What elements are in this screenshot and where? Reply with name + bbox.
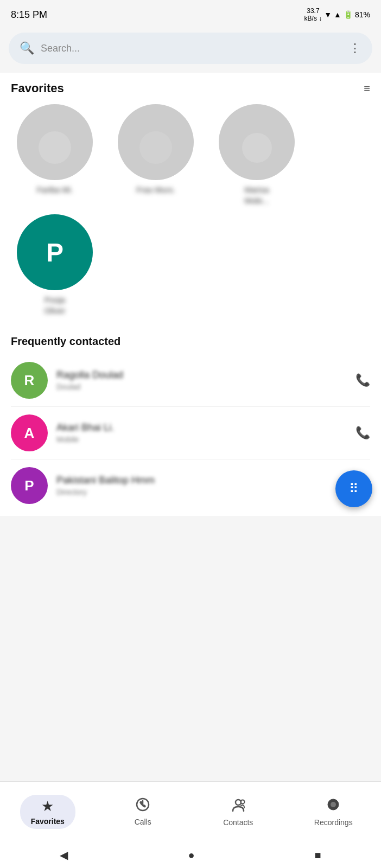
avatar-1: [17, 104, 93, 180]
home-button[interactable]: ●: [188, 849, 194, 861]
contact-name-3: Pakistani Balitop Hmm: [56, 475, 321, 486]
svg-point-1: [236, 800, 241, 805]
favorite-item-2[interactable]: Fras Murs.: [110, 104, 202, 206]
status-icons: 33.7kB/s ↓ ▼ ▲ 🔋 81%: [304, 7, 370, 23]
avatar-4: P: [17, 214, 93, 290]
signal-icon: ▲: [334, 10, 341, 19]
nav-calls[interactable]: Calls: [96, 782, 191, 841]
svg-point-4: [331, 802, 336, 807]
wifi-icon: ▼: [324, 10, 332, 19]
search-icon: 🔍: [20, 41, 34, 55]
back-button[interactable]: ◀: [60, 848, 68, 861]
call-icon-2[interactable]: 📞: [355, 426, 370, 440]
recordings-nav-icon: [326, 797, 341, 816]
avatar-3: [219, 104, 295, 180]
contact-info-1: Ragolla Doulad Doulad: [56, 369, 355, 391]
contacts-nav-label: Contacts: [223, 818, 253, 827]
contact-detail-2: Mobile: [56, 435, 355, 444]
more-options-icon[interactable]: ⋮: [349, 41, 361, 55]
freq-title: Frequently contacted: [0, 335, 381, 354]
favorite-item-1[interactable]: Fariba Mi.: [9, 104, 101, 206]
favorite-item-4[interactable]: P PoojaOliver: [9, 214, 101, 316]
avatar-2: [118, 104, 194, 180]
nav-contacts[interactable]: Contacts: [190, 782, 286, 841]
search-input[interactable]: Search...: [41, 43, 349, 54]
frequently-contacted-section: Frequently contacted R Ragolla Doulad Do…: [0, 324, 381, 516]
calls-nav-label: Calls: [135, 818, 151, 826]
contact-avatar-1: R: [11, 362, 48, 399]
favorite-name-2: Fras Murs.: [136, 184, 175, 195]
recent-button[interactable]: ■: [314, 849, 321, 861]
contact-row-1[interactable]: R Ragolla Doulad Doulad 📞: [0, 354, 381, 406]
favorites-nav-label: Favorites: [31, 817, 65, 826]
system-nav: ◀ ● ■: [0, 841, 381, 868]
favorites-title: Favorites: [11, 81, 64, 95]
nav-recordings[interactable]: Recordings: [286, 782, 382, 841]
calls-nav-icon: [135, 797, 150, 815]
status-bar: 8:15 PM 33.7kB/s ↓ ▼ ▲ 🔋 81%: [0, 0, 381, 28]
favorite-item-3[interactable]: MarisaMobi...: [211, 104, 303, 206]
search-bar[interactable]: 🔍 Search... ⋮: [9, 33, 372, 64]
contact-row-2[interactable]: A Akari Bhai Li. Mobile 📞: [0, 407, 381, 459]
contact-name-2: Akari Bhai Li.: [56, 422, 355, 433]
battery-icon: 🔋: [344, 10, 353, 19]
favorites-grid: Fariba Mi. Fras Murs. MarisaMobi... P Po…: [0, 100, 381, 324]
contact-info-3: Pakistani Balitop Hmm Directory: [56, 475, 321, 496]
contact-avatar-3: P: [11, 467, 48, 504]
bottom-nav: ★ Favorites Calls: [0, 781, 381, 868]
main-content: Favorites ≡ Fariba Mi. Fras Murs. Marisa…: [0, 73, 381, 516]
contact-row-3[interactable]: P Pakistani Balitop Hmm Directory ⠿: [0, 459, 381, 512]
nav-items: ★ Favorites Calls: [0, 782, 381, 841]
favorite-name-1: Fariba Mi.: [37, 184, 73, 195]
call-icon-1[interactable]: 📞: [355, 373, 370, 387]
favorites-header: Favorites ≡: [0, 73, 381, 100]
contact-avatar-2: A: [11, 414, 48, 451]
speed-indicator: 33.7kB/s ↓: [304, 7, 322, 23]
status-time: 8:15 PM: [11, 9, 47, 21]
dialpad-icon: ⠿: [349, 481, 359, 496]
favorite-name-4: PoojaOliver: [44, 295, 65, 316]
contacts-nav-icon: [230, 797, 246, 816]
contact-info-2: Akari Bhai Li. Mobile: [56, 422, 355, 444]
dialpad-fab[interactable]: ⠿: [335, 470, 372, 507]
list-view-icon[interactable]: ≡: [364, 82, 370, 95]
contact-detail-3: Directory: [56, 488, 321, 496]
contact-name-1: Ragolla Doulad: [56, 369, 355, 381]
nav-favorites[interactable]: ★ Favorites: [0, 782, 96, 841]
battery-percent: 81%: [355, 10, 370, 19]
favorites-nav-icon: ★: [41, 798, 54, 815]
favorite-name-3: MarisaMobi...: [244, 184, 269, 206]
contact-detail-1: Doulad: [56, 382, 355, 391]
recordings-nav-label: Recordings: [314, 818, 353, 827]
